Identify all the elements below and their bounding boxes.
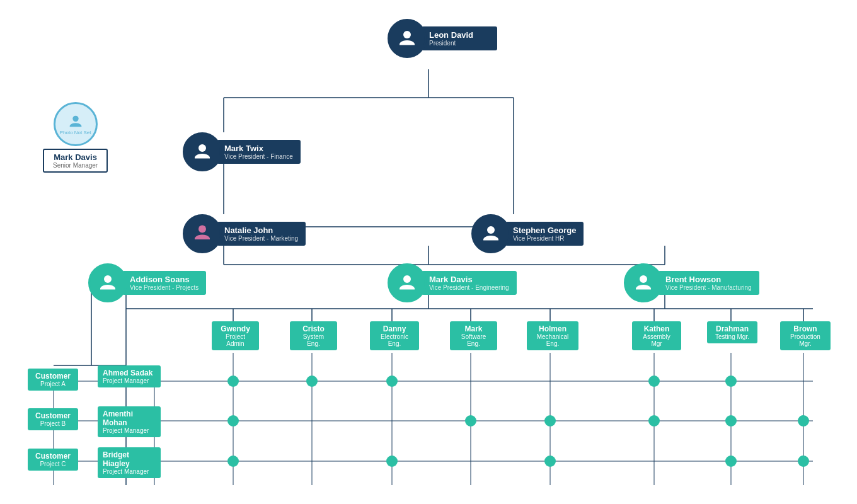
customer-a: Customer Project A bbox=[28, 369, 78, 391]
dot-r2-holmen bbox=[544, 415, 556, 427]
president-name: Leon David bbox=[429, 30, 490, 40]
vp-manufacturing-name: Brent Howson bbox=[665, 275, 752, 284]
vp-finance-node: Mark Twix Vice President - Finance bbox=[183, 132, 301, 171]
floating-card-mark-davis: Photo Not Set Mark Davis Senior Manager bbox=[43, 102, 108, 173]
manager-brown: Brown Production Mgr. bbox=[780, 321, 831, 350]
vp-projects-avatar bbox=[88, 263, 127, 302]
vp-projects-info: Addison Soans Vice President - Projects bbox=[122, 271, 206, 295]
manager-danny: Danny Electronic Eng. bbox=[370, 321, 419, 350]
svg-point-42 bbox=[198, 226, 206, 233]
vp-engineering-info: Mark Davis Vice President - Engineering bbox=[422, 271, 517, 295]
vp-marketing-info: Natalie John Vice President - Marketing bbox=[217, 222, 306, 246]
vp-marketing-name: Natalie John bbox=[224, 226, 298, 235]
vp-finance-info: Mark Twix Vice President - Finance bbox=[217, 140, 301, 164]
manager-drahman: Drahman Testing Mgr. bbox=[707, 321, 757, 343]
vp-projects-node: Addison Soans Vice President - Projects bbox=[88, 263, 206, 302]
customer-b: Customer Project B bbox=[28, 408, 78, 430]
dot-r2-drahman bbox=[725, 415, 737, 427]
vp-finance-title: Vice President - Finance bbox=[224, 153, 293, 160]
vp-finance-name: Mark Twix bbox=[224, 144, 293, 153]
dot-r1-gwendy bbox=[227, 375, 239, 387]
photo-not-set-avatar: Photo Not Set bbox=[54, 102, 98, 146]
vp-engineering-name: Mark Davis bbox=[429, 275, 509, 284]
svg-point-39 bbox=[72, 115, 78, 121]
svg-point-44 bbox=[104, 275, 112, 283]
svg-point-45 bbox=[403, 275, 411, 283]
vp-engineering-node: Mark Davis Vice President - Engineering bbox=[388, 263, 517, 302]
vp-hr-node: Stephen George Vice President HR bbox=[471, 214, 584, 253]
dot-r2-gwendy bbox=[227, 415, 239, 427]
vp-hr-info: Stephen George Vice President HR bbox=[505, 222, 584, 246]
vp-manufacturing-info: Brent Howson Vice President - Manufactur… bbox=[658, 271, 759, 295]
vp-projects-title: Vice President - Projects bbox=[130, 284, 198, 291]
svg-point-46 bbox=[640, 275, 647, 283]
dot-r1-kathen bbox=[648, 375, 660, 387]
president-avatar bbox=[388, 19, 427, 58]
manager-kathen: Kathen Assembly Mgr bbox=[632, 321, 681, 350]
photo-not-set-text: Photo Not Set bbox=[60, 130, 91, 136]
vp-manufacturing-avatar bbox=[624, 263, 663, 302]
vp-marketing-avatar bbox=[183, 214, 222, 253]
svg-point-40 bbox=[403, 31, 411, 38]
vp-projects-name: Addison Soans bbox=[130, 275, 198, 284]
vp-marketing-title: Vice President - Marketing bbox=[224, 235, 298, 242]
vp-hr-title: Vice President HR bbox=[513, 235, 576, 242]
vp-manufacturing-node: Brent Howson Vice President - Manufactur… bbox=[624, 263, 759, 302]
dot-r1-drahman bbox=[725, 375, 737, 387]
mark-davis-title: Senior Manager bbox=[53, 162, 98, 169]
vp-finance-avatar bbox=[183, 132, 222, 171]
pm-ahmed: Ahmed Sadak Project Manager bbox=[98, 365, 161, 387]
vp-engineering-title: Vice President - Engineering bbox=[429, 284, 509, 291]
vp-hr-avatar bbox=[471, 214, 510, 253]
manager-mark: Mark Software Eng. bbox=[450, 321, 497, 350]
dot-r3-gwendy bbox=[227, 455, 239, 467]
dot-r1-danny bbox=[386, 375, 398, 387]
manager-cristo: Cristo System Eng. bbox=[290, 321, 337, 350]
president-info: Leon David President bbox=[422, 26, 497, 50]
pm-amenthi: Amenthi Mohan Project Manager bbox=[98, 406, 161, 437]
manager-holmen: Holmen Mechanical Eng. bbox=[527, 321, 578, 350]
org-chart: Photo Not Set Mark Davis Senior Manager … bbox=[0, 0, 857, 504]
dot-r2-mark bbox=[465, 415, 476, 427]
dot-r3-drahman bbox=[725, 455, 737, 467]
pm-bridget: Bridget Hiagley Project Manager bbox=[98, 447, 161, 478]
customer-c: Customer Project C bbox=[28, 449, 78, 471]
svg-point-43 bbox=[487, 226, 495, 234]
dot-r3-holmen bbox=[544, 455, 556, 467]
dot-r3-danny bbox=[386, 455, 398, 467]
manager-gwendy: Gwendy Project Admin bbox=[212, 321, 259, 350]
vp-manufacturing-title: Vice President - Manufacturing bbox=[665, 284, 752, 291]
dot-r1-cristo bbox=[306, 375, 318, 387]
dot-r3-brown bbox=[798, 455, 809, 467]
dot-r2-brown bbox=[798, 415, 809, 427]
svg-point-41 bbox=[198, 144, 206, 152]
mark-davis-name: Mark Davis bbox=[53, 152, 98, 162]
mark-davis-card: Mark Davis Senior Manager bbox=[43, 149, 108, 173]
president-node: Leon David President bbox=[388, 19, 497, 58]
president-title: President bbox=[429, 40, 490, 47]
vp-engineering-avatar bbox=[388, 263, 427, 302]
vp-marketing-node: Natalie John Vice President - Marketing bbox=[183, 214, 306, 253]
dot-r2-kathen bbox=[648, 415, 660, 427]
vp-hr-name: Stephen George bbox=[513, 226, 576, 235]
